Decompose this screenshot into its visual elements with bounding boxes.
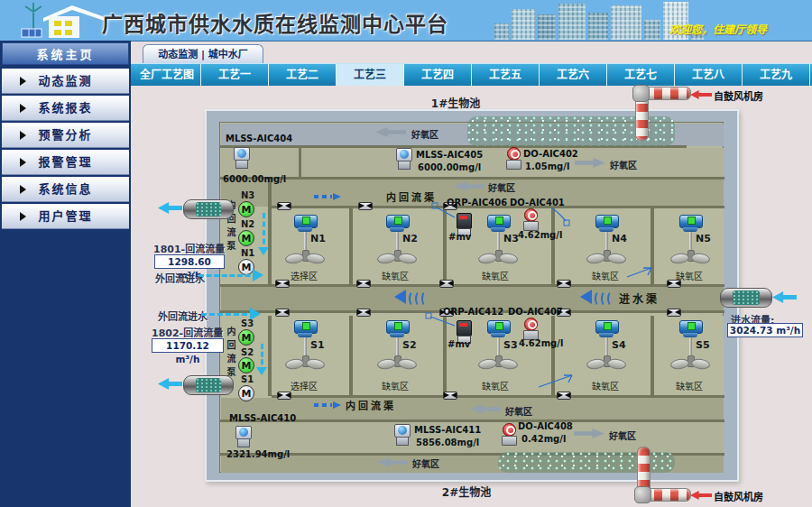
reflux-flow-value: 1170.12 m³/h — [152, 338, 224, 353]
pump-motor-icon[interactable]: M — [238, 357, 254, 373]
zone-label-aerobic: 好氧区 — [609, 429, 636, 442]
pool-wall — [299, 148, 301, 177]
menu-arrow-icon — [20, 77, 26, 86]
sidebar-item-user-management[interactable]: 用户管理 — [2, 204, 129, 229]
flow-arrow-icon — [158, 202, 182, 214]
flow-arrow-icon — [690, 491, 712, 500]
flow-arrow-icon — [158, 378, 182, 390]
pump-label: N3 — [241, 190, 254, 200]
tab-process-7[interactable]: 工艺七 — [607, 64, 675, 86]
reflux-flow-label: 1802-回流流量 — [152, 325, 223, 339]
external-reflux-label: 外回流进水 — [155, 271, 205, 285]
valve-icon — [557, 392, 571, 400]
sensor-value: 1.05mg/l — [525, 161, 569, 171]
external-reflux-label: 外回流进水 — [158, 309, 208, 323]
pump-label: S2 — [241, 347, 254, 357]
flow-arrow-icon — [263, 213, 265, 253]
sidebar-home-button[interactable]: 系统主页 — [2, 42, 129, 65]
sensor-value: #mv — [448, 232, 471, 242]
zone-label: 选择区 — [291, 269, 318, 282]
reflux-flow-label: 1801-回流流量 — [153, 241, 225, 255]
pool-wall — [220, 177, 724, 180]
flow-arrow-icon — [394, 290, 436, 304]
do-sensor-icon[interactable] — [505, 147, 521, 170]
pump-label: S3 — [241, 318, 254, 328]
mlss-sensor-icon[interactable] — [235, 426, 253, 447]
pool-wall — [349, 208, 353, 284]
reflux-flow-value: 1298.60 m³/h — [154, 254, 225, 269]
tab-process-4[interactable]: 工艺四 — [404, 64, 472, 86]
tab-process-3[interactable]: 工艺三 — [337, 64, 404, 86]
welcome-message: 欢迎您，住建厅领导 — [669, 21, 767, 36]
flow-arrow-icon — [314, 193, 341, 200]
do-sensor-icon[interactable] — [522, 208, 539, 231]
tab-process-5[interactable]: 工艺五 — [472, 64, 540, 86]
mlss-sensor-icon[interactable] — [395, 148, 413, 170]
mixer-name: S4 — [612, 339, 626, 351]
mixer-name: N2 — [402, 233, 418, 244]
flow-arrow-icon — [314, 401, 341, 409]
mixer-name: S2 — [402, 339, 417, 351]
sensor-tag: MLSS-AIC405 — [416, 150, 483, 160]
zone-label: 缺氧区 — [676, 379, 703, 392]
sidebar-item-system-reports[interactable]: 系统报表 — [2, 96, 129, 121]
pump-motor-icon[interactable]: M — [238, 385, 254, 401]
pump-label: N2 — [241, 219, 254, 229]
tab-process-8[interactable]: 工艺八 — [675, 64, 743, 86]
sensor-tag: MLSS-AIC411 — [414, 425, 481, 435]
zone-label-aerobic: 好氧区 — [412, 456, 439, 470]
pool-wall — [443, 208, 447, 284]
pipe-elbow — [634, 486, 651, 503]
sidebar-item-label: 动态监测 — [38, 74, 92, 88]
flow-arrow-icon — [198, 274, 258, 277]
sidebar-item-label: 报警管理 — [38, 155, 92, 169]
mixer-name: N5 — [696, 233, 711, 244]
reflux-pipe — [183, 199, 234, 219]
zone-label: 缺氧区 — [676, 269, 703, 282]
tab-process-1[interactable]: 工艺一 — [201, 64, 269, 86]
pool-wall — [551, 316, 555, 396]
zone-label: 缺氧区 — [592, 379, 619, 392]
sensor-value: 0.42mg/l — [521, 434, 566, 444]
sensor-tag: ORP-AIC406 — [447, 198, 507, 207]
internal-pump-label: 内回流泵 — [224, 327, 237, 390]
page-title: 广西城市供水水质在线监测中心平台 — [102, 7, 448, 38]
inlet-channel-label: 进水渠 — [619, 290, 660, 306]
valve-icon — [439, 280, 454, 288]
tab-process-9[interactable]: 工艺九 — [743, 64, 810, 86]
sensor-tag: DO-AIC402 — [523, 149, 578, 159]
app-window: 广西城市供水水质在线监测中心平台 欢迎您，住建厅领导 系统主页 动态监测 系统报… — [0, 0, 812, 507]
tab-process-6[interactable]: 工艺六 — [540, 64, 607, 86]
mixer-name: S5 — [696, 339, 710, 351]
sensor-tag: DO-AIC408 — [518, 421, 573, 431]
tab-plant-overview[interactable]: 全厂工艺图 — [134, 64, 201, 86]
mlss-sensor-icon[interactable] — [393, 424, 411, 446]
process-tabbar: 全厂工艺图 工艺一 工艺二 工艺三 工艺四 工艺五 工艺六 工艺七 工艺八 工艺… — [131, 63, 812, 86]
zone-label: 缺氧区 — [482, 269, 509, 282]
pump-motor-icon[interactable]: M — [238, 230, 254, 246]
sidebar-item-system-info[interactable]: 系统信息 — [2, 177, 129, 202]
breadcrumb[interactable]: 动态监测 | 城中水厂 — [143, 44, 263, 63]
pool-wall — [551, 208, 555, 284]
sensor-value: 4.62mg/l — [519, 338, 563, 348]
zone-label: 缺氧区 — [482, 379, 509, 392]
sidebar-item-label: 预警分析 — [38, 128, 92, 142]
flow-arrow-icon — [580, 290, 622, 304]
pipe-elbow — [632, 85, 650, 102]
sidebar-item-alarm-management[interactable]: 报警管理 — [2, 150, 129, 175]
valve-icon — [275, 309, 290, 317]
menu-arrow-icon — [20, 185, 26, 194]
sidebar-item-warning-analysis[interactable]: 预警分析 — [2, 123, 129, 148]
menu-arrow-icon — [20, 212, 26, 221]
do-sensor-icon[interactable] — [522, 318, 539, 340]
flow-arrow-icon — [690, 90, 712, 99]
sensor-value: 5856.08mg/l — [416, 438, 479, 447]
pump-motor-icon[interactable]: M — [238, 201, 254, 217]
mixer-name: N3 — [503, 233, 519, 244]
sidebar-item-dynamic-monitoring[interactable]: 动态监测 — [2, 69, 129, 94]
valve-icon — [277, 392, 291, 400]
mlss-sensor-icon[interactable] — [233, 147, 251, 169]
do-sensor-icon[interactable] — [501, 423, 517, 446]
pump-motor-icon[interactable]: M — [238, 329, 254, 346]
tab-process-2[interactable]: 工艺二 — [269, 64, 337, 86]
